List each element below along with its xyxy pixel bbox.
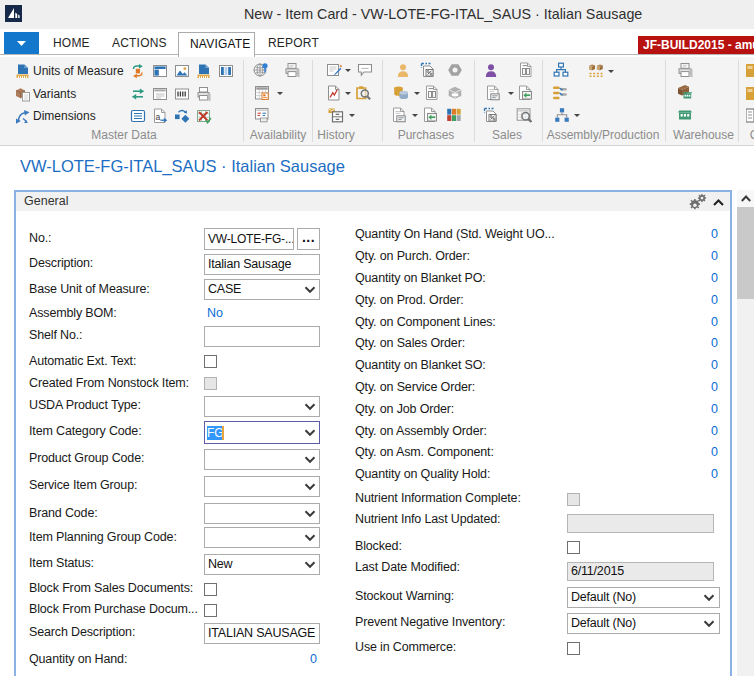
svg-text:a: a: [156, 112, 161, 122]
